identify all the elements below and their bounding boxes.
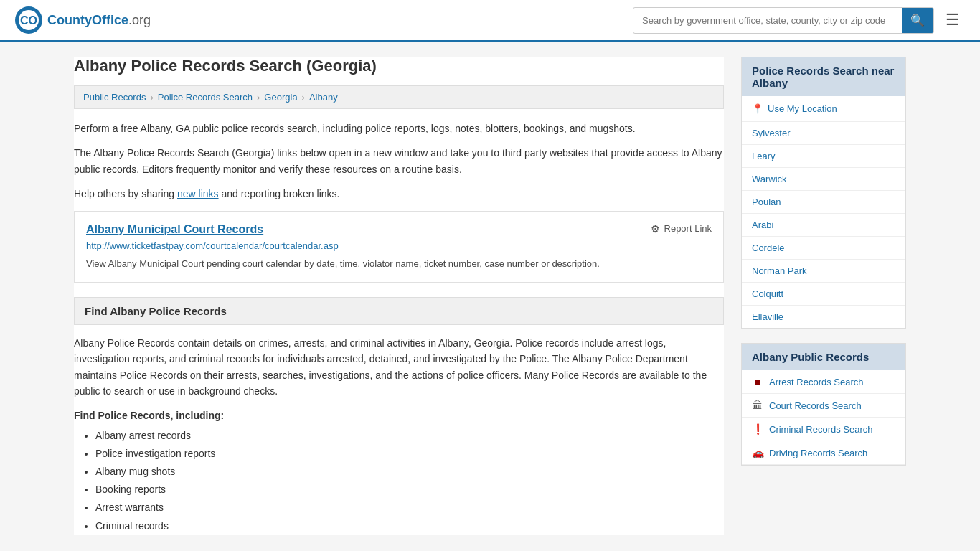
search-icon: 🔍 bbox=[910, 14, 925, 27]
breadcrumb: Public Records › Police Records Search ›… bbox=[74, 85, 724, 109]
sidebar-item: Sylvester bbox=[742, 122, 905, 145]
search-input[interactable] bbox=[633, 9, 902, 32]
breadcrumb-sep-2: › bbox=[257, 92, 260, 103]
find-bullets-list: Albany arrest recordsPolice investigatio… bbox=[74, 427, 724, 535]
sidebar: Police Records Search near Albany 📍 Use … bbox=[741, 57, 906, 535]
new-links-link[interactable]: new links bbox=[177, 188, 219, 199]
page-title: Albany Police Records Search (Georgia) bbox=[74, 57, 724, 75]
record-icon: 🏛 bbox=[752, 400, 763, 411]
search-button[interactable]: 🔍 bbox=[902, 8, 933, 33]
search-box: 🔍 bbox=[633, 7, 934, 34]
nearby-links-list: SylvesterLearyWarwickPoulanArabiCordeleN… bbox=[742, 122, 905, 328]
nearby-link[interactable]: Colquitt bbox=[742, 283, 905, 305]
result-description: View Albany Municipal Court pending cour… bbox=[86, 257, 712, 271]
menu-button[interactable]: ☰ bbox=[940, 8, 966, 32]
breadcrumb-sep-1: › bbox=[150, 92, 153, 103]
sidebar-item: Cordele bbox=[742, 237, 905, 260]
list-item: Albany mug shots bbox=[95, 463, 724, 481]
sidebar-item: Poulan bbox=[742, 191, 905, 214]
nearby-link[interactable]: Norman Park bbox=[742, 260, 905, 282]
main-content: Albany Police Records Search (Georgia) P… bbox=[74, 57, 724, 535]
public-record-item: 🏛Court Records Search bbox=[742, 394, 905, 418]
public-records-list: ■Arrest Records Search🏛Court Records Sea… bbox=[742, 370, 905, 465]
find-subheading: Find Police Records, including: bbox=[74, 410, 724, 421]
nearby-link[interactable]: Cordele bbox=[742, 237, 905, 259]
nearby-box: Police Records Search near Albany 📍 Use … bbox=[741, 57, 906, 329]
nearby-link[interactable]: Sylvester bbox=[742, 122, 905, 144]
nearby-list: 📍 Use My Location SylvesterLearyWarwickP… bbox=[742, 96, 905, 328]
result-card-header: Albany Municipal Court Records ⚙ Report … bbox=[86, 223, 712, 236]
public-record-item: ■Arrest Records Search bbox=[742, 370, 905, 394]
list-item: Albany arrest records bbox=[95, 427, 724, 445]
breadcrumb-link-georgia[interactable]: Georgia bbox=[264, 92, 297, 103]
sidebar-item: Norman Park bbox=[742, 260, 905, 283]
report-icon: ⚙ bbox=[651, 223, 660, 235]
nearby-link[interactable]: Arabi bbox=[742, 214, 905, 236]
nearby-link[interactable]: Warwick bbox=[742, 168, 905, 190]
public-record-link[interactable]: Criminal Records Search bbox=[769, 424, 873, 435]
use-location-label: Use My Location bbox=[768, 103, 837, 114]
svg-text:CO: CO bbox=[20, 14, 37, 27]
public-record-item: 🚗Driving Records Search bbox=[742, 441, 905, 465]
logo[interactable]: CO CountyOffice.org bbox=[14, 6, 151, 34]
location-pin-icon: 📍 bbox=[752, 103, 763, 114]
result-url[interactable]: http://www.ticketfastpay.com/courtcalend… bbox=[86, 240, 712, 251]
intro-paragraph-1: Perform a free Albany, GA public police … bbox=[74, 121, 724, 136]
nearby-link[interactable]: Leary bbox=[742, 145, 905, 167]
record-icon: ■ bbox=[752, 376, 763, 387]
use-location-item[interactable]: 📍 Use My Location bbox=[742, 96, 905, 122]
main-container: Albany Police Records Search (Georgia) P… bbox=[60, 42, 920, 550]
sidebar-item: Colquitt bbox=[742, 283, 905, 306]
site-header: CO CountyOffice.org 🔍 ☰ bbox=[0, 0, 980, 42]
list-item: Criminal records bbox=[95, 517, 724, 535]
public-record-link[interactable]: Arrest Records Search bbox=[769, 377, 864, 387]
nearby-link[interactable]: Ellaville bbox=[742, 306, 905, 328]
public-record-item: ❗Criminal Records Search bbox=[742, 418, 905, 441]
report-link-label: Report Link bbox=[664, 223, 712, 234]
breadcrumb-link-albany[interactable]: Albany bbox=[309, 92, 338, 103]
record-icon: 🚗 bbox=[752, 447, 763, 458]
public-records-box: Albany Public Records ■Arrest Records Se… bbox=[741, 343, 906, 466]
find-section-body: Albany Police Records contain details on… bbox=[74, 335, 724, 400]
result-title-link[interactable]: Albany Municipal Court Records bbox=[86, 223, 263, 236]
public-record-link[interactable]: Court Records Search bbox=[769, 400, 862, 411]
public-records-title: Albany Public Records bbox=[742, 344, 905, 370]
find-section-heading: Find Albany Police Records bbox=[74, 297, 724, 325]
public-record-link[interactable]: Driving Records Search bbox=[769, 448, 867, 458]
search-area: 🔍 ☰ bbox=[633, 7, 966, 34]
intro-paragraph-2: The Albany Police Records Search (Georgi… bbox=[74, 145, 724, 177]
record-icon: ❗ bbox=[752, 423, 763, 435]
breadcrumb-link-police[interactable]: Police Records Search bbox=[158, 92, 253, 103]
result-card: Albany Municipal Court Records ⚙ Report … bbox=[74, 211, 724, 283]
list-item: Booking reports bbox=[95, 481, 724, 499]
breadcrumb-link-public-records[interactable]: Public Records bbox=[83, 92, 146, 103]
use-location-row: 📍 Use My Location bbox=[742, 96, 905, 122]
sidebar-item: Warwick bbox=[742, 168, 905, 191]
sidebar-item: Ellaville bbox=[742, 306, 905, 328]
logo-text: CountyOffice.org bbox=[47, 13, 151, 28]
breadcrumb-sep-3: › bbox=[302, 92, 305, 103]
sidebar-item: Leary bbox=[742, 145, 905, 168]
nearby-link[interactable]: Poulan bbox=[742, 191, 905, 213]
intro-paragraph-3: Help others by sharing new links and rep… bbox=[74, 186, 724, 202]
nearby-title: Police Records Search near Albany bbox=[742, 57, 905, 96]
list-item: Police investigation reports bbox=[95, 445, 724, 463]
hamburger-icon: ☰ bbox=[946, 11, 960, 29]
logo-icon: CO bbox=[14, 6, 43, 34]
list-item: Arrest warrants bbox=[95, 499, 724, 517]
report-link[interactable]: ⚙ Report Link bbox=[651, 223, 712, 235]
sidebar-item: Arabi bbox=[742, 214, 905, 237]
